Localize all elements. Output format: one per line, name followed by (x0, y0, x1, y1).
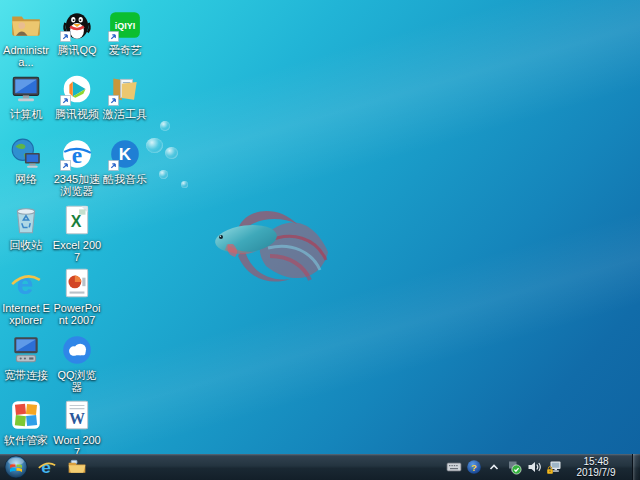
svg-text:?: ? (471, 462, 477, 473)
desktop-icon-art (9, 72, 43, 106)
desktop-icon-art (108, 72, 142, 106)
desktop-icon-art: iQIYI (108, 8, 142, 42)
desktop-icon-art: e (60, 137, 94, 171)
clock-time: 15:48 (568, 456, 624, 467)
show-desktop-button[interactable] (632, 454, 640, 480)
desktop-icon-word[interactable]: W Word 2007 (52, 398, 102, 458)
desktop-icon-label: 计算机 (1, 108, 51, 120)
clock-date: 2019/7/9 (568, 467, 624, 478)
shortcut-arrow-icon (60, 31, 71, 42)
desktop-icon-art (60, 8, 94, 42)
betta-fish-illustration (200, 186, 340, 296)
desktop-icon-label: 腾讯视频 (52, 108, 102, 120)
desktop-icon-label: Administra... (1, 44, 51, 68)
desktop-icon-qq[interactable]: 腾讯QQ (52, 8, 102, 56)
desktop-icon-art: X (60, 203, 94, 237)
desktop: Administra... 腾讯QQ iQIYI 爱奇艺 计算机 腾讯视频 激活… (0, 0, 640, 480)
taskbar-buttons: e (0, 454, 92, 480)
desktop-icon-software-manager[interactable]: 软件管家 (1, 398, 51, 446)
desktop-icon-art (60, 266, 94, 300)
desktop-icon-user-folder[interactable]: Administra... (1, 8, 51, 68)
desktop-icon-recycle-bin[interactable]: 回收站 (1, 203, 51, 251)
desktop-icon-art (9, 333, 43, 367)
svg-text:e: e (17, 267, 34, 300)
bubble (181, 181, 188, 188)
svg-text:W: W (69, 410, 85, 427)
taskbar-ie-button[interactable]: e (32, 454, 62, 480)
shortcut-arrow-icon (108, 31, 119, 42)
desktop-icon-kuwo[interactable]: K 酷我音乐 (100, 137, 150, 185)
desktop-icon-art (60, 333, 94, 367)
desktop-icon-network[interactable]: 网络 (1, 137, 51, 185)
volume-icon[interactable] (525, 459, 542, 476)
desktop-icon-art: K (108, 137, 142, 171)
desktop-icon-art (9, 398, 43, 432)
desktop-icon-excel[interactable]: X Excel 2007 (52, 203, 102, 263)
svg-text:e: e (41, 457, 51, 477)
desktop-icon-broadband[interactable]: 宽带连接 (1, 333, 51, 381)
desktop-icon-label: 宽带连接 (1, 369, 51, 381)
desktop-icon-label: Excel 2007 (52, 239, 102, 263)
desktop-icon-label: 爱奇艺 (100, 44, 150, 56)
shortcut-arrow-icon (108, 160, 119, 171)
desktop-icon-art: W (60, 398, 94, 432)
desktop-icon-art (9, 137, 43, 171)
desktop-icon-art (60, 72, 94, 106)
desktop-icon-label: QQ浏览器 (52, 369, 102, 393)
start-button[interactable] (0, 454, 32, 480)
svg-text:e: e (72, 142, 82, 168)
desktop-icon-powerpoint[interactable]: PowerPoint 2007 (52, 266, 102, 326)
shortcut-arrow-icon (60, 160, 71, 171)
bubble (165, 147, 178, 159)
desktop-icon-label: 软件管家 (1, 434, 51, 446)
desktop-icon-label: 酷我音乐 (100, 173, 150, 185)
desktop-icon-label: 腾讯QQ (52, 44, 102, 56)
system-tray: ? (445, 454, 562, 480)
desktop-icon-label: 激活工具 (100, 108, 150, 120)
desktop-icon-art (9, 203, 43, 237)
desktop-icon-label: PowerPoint 2007 (52, 302, 102, 326)
svg-text:iQIYI: iQIYI (115, 21, 136, 31)
desktop-icon-label: Internet Explorer (1, 302, 51, 326)
show-hidden-chevron-icon[interactable] (485, 459, 502, 476)
input-keyboard-icon[interactable] (445, 459, 462, 476)
taskbar-explorer-button[interactable] (62, 454, 92, 480)
light-ray (65, 128, 640, 463)
network-warning-icon[interactable] (545, 459, 562, 476)
svg-text:K: K (119, 145, 132, 164)
desktop-icon-qq-browser[interactable]: QQ浏览器 (52, 333, 102, 393)
desktop-icon-open-folder[interactable]: 激活工具 (100, 72, 150, 120)
desktop-icon-ie[interactable]: e Internet Explorer (1, 266, 51, 326)
desktop-icon-art: e (9, 266, 43, 300)
bubble (159, 170, 168, 179)
desktop-icon-computer[interactable]: 计算机 (1, 72, 51, 120)
desktop-icon-iqiyi[interactable]: iQIYI 爱奇艺 (100, 8, 150, 56)
taskbar: e ? 15:48 2019/7/9 (0, 454, 640, 480)
desktop-icon-tencent-video[interactable]: 腾讯视频 (52, 72, 102, 120)
bubble (160, 121, 170, 131)
taskbar-clock[interactable]: 15:48 2019/7/9 (568, 456, 624, 478)
desktop-icon-label: 回收站 (1, 239, 51, 251)
shortcut-arrow-icon (60, 95, 71, 106)
help-sphere-icon[interactable]: ? (465, 459, 482, 476)
svg-text:X: X (71, 213, 82, 230)
desktop-icon-art (9, 8, 43, 42)
security-ok-icon[interactable] (505, 459, 522, 476)
desktop-icon-label: 2345加速浏览器 (52, 173, 102, 197)
shortcut-arrow-icon (108, 95, 119, 106)
desktop-icon-label: 网络 (1, 173, 51, 185)
desktop-icon-browser-2345[interactable]: e 2345加速浏览器 (52, 137, 102, 197)
